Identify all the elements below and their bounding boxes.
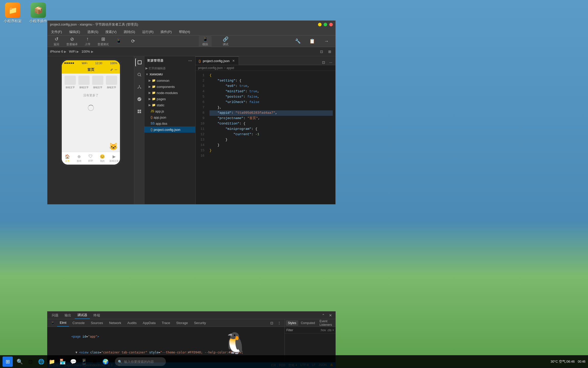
- tree-static[interactable]: ▶ 📁 static: [144, 102, 195, 108]
- menu-goto[interactable]: 跳转(G): [122, 29, 137, 35]
- sim-grid-btn[interactable]: ⊞: [327, 49, 333, 54]
- close-btn[interactable]: [329, 23, 333, 26]
- devtools-tab-trace[interactable]: Trace: [159, 319, 173, 327]
- taskbar-edge[interactable]: 🌐: [36, 357, 46, 366]
- toolbar-refresh-btn[interactable]: ⟳: [127, 37, 139, 45]
- toolbar-compile-btn[interactable]: ⊘ 普通编译: [64, 35, 80, 47]
- tree-common[interactable]: ▶ 📁 common: [144, 77, 195, 84]
- panel-tab-debugger[interactable]: 调试器: [75, 312, 90, 319]
- phone-more-btn[interactable]: ···: [115, 68, 117, 72]
- wifi-selector[interactable]: WiFi ▶: [69, 50, 79, 53]
- activity-explorer[interactable]: [135, 58, 143, 66]
- activity-extensions[interactable]: [135, 107, 143, 116]
- devtools-tab-sources[interactable]: Sources: [88, 319, 106, 327]
- styles-tab-styles[interactable]: Styles: [286, 320, 298, 326]
- panel-tab-output[interactable]: 输出: [62, 312, 74, 319]
- search-input[interactable]: [124, 360, 163, 364]
- toolbar-back-btn[interactable]: ↺ 返回: [50, 35, 63, 47]
- devtools-tab-network[interactable]: Network: [106, 319, 124, 327]
- tab-debug[interactable]: 🔗 调试: [219, 35, 232, 47]
- taskbar-wechat[interactable]: 💬: [68, 357, 78, 366]
- editor-tab-project-config[interactable]: {} project.config.json ✕: [195, 56, 239, 65]
- taskbar-chrome[interactable]: 🌍: [101, 357, 110, 366]
- devtools-device-icon[interactable]: 📱: [49, 321, 56, 325]
- project-root[interactable]: ▼ XIANGMU: [144, 71, 195, 77]
- menu-select[interactable]: 选择(S): [86, 29, 100, 35]
- devtools-tab-appdata[interactable]: AppData: [140, 319, 158, 327]
- editor-more-btn[interactable]: ···: [328, 60, 334, 65]
- nav-review[interactable]: 🛡 好评: [85, 154, 97, 163]
- tab-simulator[interactable]: 📱 模拟: [199, 35, 212, 47]
- toolbar-settings-btn[interactable]: 🔧: [291, 37, 304, 45]
- taskbar-folder[interactable]: 📁: [47, 357, 57, 366]
- taskbar-search-box[interactable]: 🔍: [115, 357, 166, 366]
- minimize-btn[interactable]: [318, 23, 322, 26]
- toolbar-upload-btn[interactable]: ↑ 上传: [81, 35, 94, 47]
- devtools-tab-storage[interactable]: Storage: [174, 319, 191, 327]
- tab-close-btn[interactable]: ✕: [231, 59, 236, 63]
- activity-search[interactable]: [135, 71, 143, 79]
- menu-edit[interactable]: 编辑(E): [68, 29, 82, 35]
- open-editors-item[interactable]: ▶ 打开的编辑器: [144, 65, 195, 71]
- toolbar-exit-btn[interactable]: →: [320, 38, 333, 45]
- devtools-tab-security[interactable]: Security: [191, 319, 209, 327]
- sidebar-more-btn[interactable]: ···: [188, 58, 193, 63]
- tree-node-modules[interactable]: ▶ 📁 node-modules: [144, 90, 195, 96]
- device-name: iPhone 6: [50, 50, 63, 53]
- phone-expand-btn[interactable]: ⤢: [110, 68, 113, 72]
- tree-pages[interactable]: ▶ 📁 pages: [144, 96, 195, 102]
- toolbar-docs-btn[interactable]: 📋: [306, 37, 318, 45]
- grid-item-2[interactable]: 按钮文字: [78, 76, 90, 89]
- styles-tab-computed[interactable]: Computed: [299, 320, 317, 326]
- nav-home[interactable]: 🏠 首页: [62, 154, 74, 163]
- tree-components[interactable]: ▶ 📁 components: [144, 84, 195, 90]
- taskbar-task-view[interactable]: ⊡: [26, 357, 35, 366]
- styles-tab-event-listeners[interactable]: Event Listeners: [317, 319, 334, 328]
- start-button[interactable]: ⊞: [3, 356, 13, 367]
- phone-spinner: [88, 105, 94, 111]
- menu-run[interactable]: 运行(R): [141, 29, 155, 35]
- activity-git[interactable]: [135, 83, 143, 91]
- panel-collapse-btn[interactable]: ⌃: [320, 313, 326, 318]
- sim-split-btn[interactable]: ⊡: [318, 49, 325, 54]
- devtools-copy-btn[interactable]: ⊡: [269, 320, 275, 326]
- tree-app-ttss[interactable]: SS app.ttss: [144, 120, 195, 126]
- taskbar-app2[interactable]: 🖥: [90, 357, 100, 366]
- nav-profile[interactable]: 😊 我的: [96, 154, 108, 163]
- desktop-icon-2[interactable]: 📦 小程序插件: [28, 3, 48, 24]
- nav-publish[interactable]: ⊕ 发布: [73, 154, 85, 163]
- devtools-more-btn[interactable]: ⋮: [276, 320, 283, 326]
- taskbar-store[interactable]: 🏪: [58, 357, 67, 366]
- devtools-tab-audits[interactable]: Audits: [125, 319, 139, 327]
- devtools-tab-console[interactable]: Console: [70, 319, 87, 327]
- taskbar-search[interactable]: 🔍: [15, 357, 24, 366]
- menu-search[interactable]: 搜索(V): [104, 29, 118, 35]
- filter-hov-cls[interactable]: :hov .cls +: [320, 328, 334, 332]
- tree-app-js[interactable]: JS app.js: [144, 108, 195, 114]
- zoom-selector[interactable]: 100% ▶: [81, 50, 93, 53]
- toolbar-test-btn[interactable]: ⊞ 普通测试: [95, 35, 111, 47]
- devtools-tab-elmt[interactable]: Elmt: [57, 319, 69, 327]
- panel-tab-terminal[interactable]: 终端: [91, 312, 103, 319]
- code-editor[interactable]: 12345 678910 1112131415 16 { "setting": …: [195, 71, 335, 204]
- nav-news[interactable]: ▶ 新闻过渡: [108, 154, 120, 163]
- grid-item-4[interactable]: 按钮文字: [105, 76, 118, 89]
- tree-app-json[interactable]: {} app.json: [144, 114, 195, 120]
- tree-project-config[interactable]: {} project.config.json: [144, 126, 195, 133]
- styles-tab-more[interactable]: »: [335, 320, 336, 326]
- desktop-icon-1[interactable]: 📁 小程序框架: [3, 3, 23, 24]
- taskbar-app1[interactable]: 📱: [79, 357, 89, 366]
- device-selector[interactable]: iPhone 6 ▶: [50, 50, 66, 53]
- menu-file[interactable]: 文件(F): [50, 29, 64, 35]
- menu-help[interactable]: 帮助(H): [177, 29, 192, 35]
- split-editor-btn[interactable]: ⊡: [321, 60, 327, 65]
- toolbar-preview-btn[interactable]: 📱: [112, 37, 125, 45]
- maximize-btn[interactable]: [324, 23, 327, 26]
- grid-item-3[interactable]: 按钮文字: [91, 76, 104, 89]
- panel-close-btn[interactable]: ✕: [327, 313, 334, 318]
- menu-plugin[interactable]: 插件(P): [159, 29, 173, 35]
- activity-debug[interactable]: [135, 95, 143, 103]
- panel-tab-problems[interactable]: 问题: [49, 312, 61, 319]
- code-content[interactable]: { "setting": { "es6": true, "minified": …: [207, 71, 335, 204]
- grid-item-1[interactable]: 按钮文字: [64, 76, 77, 89]
